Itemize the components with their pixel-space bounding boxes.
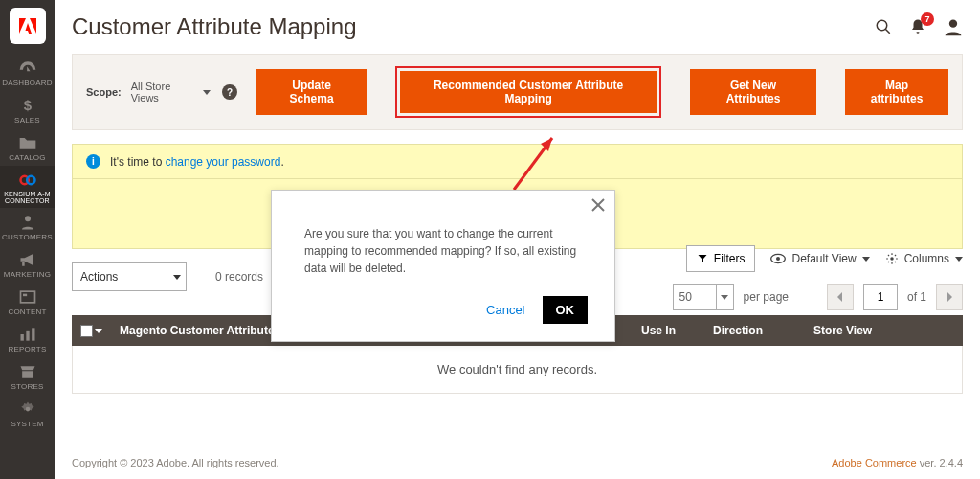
info-icon: i [86, 154, 100, 169]
get-new-attributes-button[interactable]: Get New Attributes [690, 69, 817, 115]
scope-help[interactable]: ? [222, 84, 237, 100]
page-size-select[interactable]: 50 [673, 284, 717, 310]
megaphone-icon [18, 251, 37, 268]
admin-sidebar: DASHBOARD $ SALES CATALOG KENSIUM A-M CO… [0, 0, 55, 479]
notification-badge: 7 [921, 12, 934, 26]
sidebar-item-sales[interactable]: $ SALES [0, 91, 55, 128]
svg-point-15 [890, 257, 894, 261]
svg-point-3 [25, 216, 31, 221]
sidebar-item-label: CATALOG [9, 153, 45, 162]
search-button[interactable] [875, 18, 892, 35]
sidebar-item-reports[interactable]: REPORTS [0, 320, 55, 357]
chevron-down-icon [721, 295, 728, 300]
chevron-down-icon [955, 257, 963, 262]
bar-chart-icon [18, 326, 37, 343]
prev-page-button[interactable] [827, 284, 854, 310]
adobe-logo[interactable] [10, 8, 46, 44]
filters-label: Filters [714, 252, 746, 265]
page-header: Customer Attribute Mapping 7 [72, 13, 963, 40]
sidebar-item-content[interactable]: CONTENT [0, 283, 55, 320]
dollar-icon: $ [18, 97, 37, 114]
page-size-dropdown[interactable] [717, 284, 734, 310]
bulk-actions-select[interactable]: Actions [72, 262, 187, 291]
page-number-input[interactable] [863, 284, 898, 310]
notice-text: It's time to change your password. [110, 155, 284, 169]
sidebar-item-kensium-connector[interactable]: KENSIUM A-M CONNECTOR [0, 166, 55, 208]
sidebar-item-stores[interactable]: STORES [0, 357, 55, 395]
chevron-left-icon [836, 292, 844, 302]
product-link[interactable]: Adobe Commerce [832, 457, 917, 468]
sidebar-item-label: STORES [11, 382, 44, 391]
page-size-value: 50 [679, 290, 692, 304]
svg-text:$: $ [23, 97, 32, 113]
chevron-right-icon [946, 292, 953, 302]
bulk-actions-label: Actions [80, 270, 118, 284]
svg-line-11 [885, 29, 890, 34]
person-icon [18, 214, 37, 231]
content-icon [18, 288, 37, 306]
sidebar-item-system[interactable]: SYSTEM [0, 395, 55, 432]
grid-right-tools: Filters Default View Columns [686, 245, 963, 272]
svg-point-10 [877, 20, 887, 31]
filters-button[interactable]: Filters [686, 245, 756, 272]
sidebar-item-label: KENSIUM A-M CONNECTOR [0, 191, 55, 204]
account-menu[interactable] [944, 17, 963, 36]
sidebar-item-label: CONTENT [8, 308, 46, 316]
empty-text: We couldn't find any records. [437, 362, 597, 376]
sidebar-item-customers[interactable]: CUSTOMERS [0, 208, 55, 245]
svg-rect-6 [20, 334, 23, 341]
close-icon [591, 198, 605, 212]
svg-rect-8 [32, 328, 34, 340]
store-icon [18, 363, 37, 380]
version-info: Adobe Commerce ver. 2.4.4 [832, 457, 963, 468]
columns-control[interactable]: Columns [885, 252, 963, 265]
sidebar-item-label: DASHBOARD [2, 79, 52, 87]
select-all-checkbox[interactable] [72, 325, 110, 337]
svg-point-14 [776, 257, 780, 261]
notifications-button[interactable]: 7 [909, 18, 926, 35]
columns-label: Columns [904, 252, 949, 265]
sidebar-item-dashboard[interactable]: DASHBOARD [0, 54, 55, 91]
data-grid-empty: We couldn't find any records. [72, 346, 963, 394]
chevron-down-icon [203, 90, 211, 95]
dashboard-icon [18, 59, 37, 77]
sidebar-item-label: MARKETING [4, 270, 51, 279]
gear-icon [18, 400, 37, 418]
modal-cancel-button[interactable]: Cancel [486, 303, 524, 317]
user-icon [944, 17, 963, 36]
page-title: Customer Attribute Mapping [72, 13, 356, 40]
next-page-button[interactable] [936, 284, 963, 310]
gear-icon [885, 252, 899, 265]
scope-select[interactable]: All Store Views [131, 80, 212, 103]
col-header-use-in[interactable]: Use In [632, 324, 703, 337]
update-schema-button[interactable]: Update Schema [256, 69, 368, 115]
col-header-store-view[interactable]: Store View [804, 324, 963, 337]
sidebar-item-label: SYSTEM [11, 420, 43, 428]
sidebar-item-catalog[interactable]: CATALOG [0, 128, 55, 166]
svg-rect-4 [20, 291, 34, 303]
chevron-down-icon [862, 257, 870, 262]
scope-bar: Scope: All Store Views ? Update Schema R… [72, 54, 963, 130]
svg-point-12 [949, 20, 957, 28]
confirm-modal: Are you sure that you want to change the… [271, 190, 615, 342]
svg-rect-7 [26, 331, 29, 341]
record-count: 0 records [215, 270, 263, 284]
per-page-label: per page [744, 290, 789, 304]
svg-rect-5 [23, 294, 27, 297]
view-bookmark[interactable]: Default View [770, 252, 869, 265]
sidebar-item-marketing[interactable]: MARKETING [0, 245, 55, 283]
highlighted-button-frame: Recommended Customer Attribute Mapping [395, 66, 661, 118]
change-password-link[interactable]: change your password [166, 155, 281, 169]
catalog-icon [18, 134, 37, 151]
view-label: Default View [791, 252, 856, 265]
page-of-label: of 1 [907, 290, 926, 304]
modal-close-button[interactable] [591, 198, 605, 212]
modal-ok-button[interactable]: OK [543, 296, 589, 324]
sidebar-item-label: SALES [14, 116, 40, 125]
col-header-direction[interactable]: Direction [703, 324, 804, 337]
recommended-mapping-button[interactable]: Recommended Customer Attribute Mapping [400, 71, 657, 113]
map-attributes-button[interactable]: Map attributes [845, 69, 948, 115]
eye-icon [770, 253, 786, 264]
sidebar-item-label: CUSTOMERS [2, 233, 53, 241]
copyright: Copyright © 2023 Adobe. All rights reser… [72, 457, 279, 468]
